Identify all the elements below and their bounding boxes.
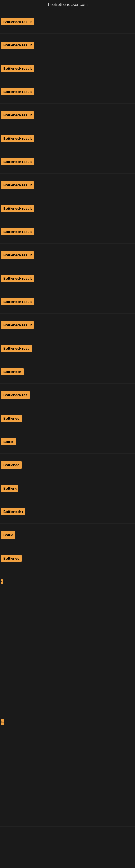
items-container: Bottleneck result Bottleneck result Bott… — [0, 9, 135, 868]
list-item-empty — [0, 640, 135, 663]
bottleneck-badge: Bottleneck — [1, 368, 24, 375]
list-item-empty — [0, 827, 135, 850]
list-item-empty — [0, 734, 135, 757]
list-item-empty — [0, 593, 135, 617]
bottleneck-badge: Bottleneck result — [1, 112, 34, 119]
site-title: TheBottlenecker.com — [0, 0, 135, 9]
list-item: Bottleneck result — [0, 244, 135, 267]
list-item: Bottleneck result — [0, 80, 135, 104]
list-item-empty — [0, 663, 135, 687]
list-item-empty — [0, 803, 135, 827]
bottleneck-badge: Bottlenec — [1, 461, 22, 469]
bottleneck-badge: Bottlend — [1, 485, 18, 492]
bottleneck-badge: Bottleneck result — [1, 182, 34, 189]
bottleneck-badge: Bottlenec — [1, 415, 22, 422]
bottleneck-badge: Bottleneck result — [1, 205, 34, 212]
list-item: Bottleneck result — [0, 57, 135, 80]
list-item: Bottlenec — [0, 454, 135, 477]
list-item: Bottle — [0, 524, 135, 547]
bottleneck-badge: Bottleneck result — [1, 158, 34, 165]
list-item-empty — [0, 780, 135, 803]
list-item: Bottleneck result — [0, 34, 135, 57]
list-item-empty — [0, 850, 135, 868]
list-item: B — [0, 570, 135, 593]
list-item-empty — [0, 617, 135, 640]
list-item: Bottleneck result — [0, 127, 135, 150]
bottleneck-badge: Bottleneck res — [1, 392, 30, 399]
list-item: Bottleneck result — [0, 314, 135, 337]
list-item: Bottle — [0, 430, 135, 454]
page-wrapper: TheBottlenecker.com Bottleneck result Bo… — [0, 0, 135, 868]
list-item: Bottleneck result — [0, 150, 135, 174]
list-item: Bottlend — [0, 477, 135, 500]
list-item: Bottleneck — [0, 360, 135, 383]
bottleneck-badge: Bottleneck result — [1, 41, 34, 49]
bottleneck-badge: Bottleneck result — [1, 251, 34, 259]
bottleneck-badge: Bottleneck result — [1, 298, 34, 305]
list-item: Bottlenec — [0, 407, 135, 430]
bottleneck-badge: Bottleneck result — [1, 88, 34, 95]
bottleneck-badge: Bottleneck result — [1, 135, 34, 142]
bottleneck-badge: Bottleneck r — [1, 508, 25, 516]
bottleneck-badge: Bottle — [1, 438, 16, 445]
bottleneck-badge: Bottleneck resu — [1, 345, 32, 352]
list-item: Bottleneck result — [0, 220, 135, 244]
bottleneck-badge: Bottleneck result — [1, 18, 34, 26]
list-item: Bottleneck result — [0, 290, 135, 314]
list-item: Bottleneck r — [0, 500, 135, 524]
bottleneck-badge: Bottleneck result — [1, 228, 34, 236]
list-item: Bottleneck result — [0, 197, 135, 220]
list-item-empty — [0, 757, 135, 780]
bottleneck-badge: B — [1, 719, 4, 724]
list-item: Bottleneck resu — [0, 337, 135, 360]
list-item: Bottleneck result — [0, 174, 135, 197]
list-item-empty — [0, 687, 135, 710]
bottleneck-badge: Bottleneck result — [1, 65, 34, 72]
list-item: Bottleneck res — [0, 383, 135, 407]
bottleneck-badge: Bottle — [1, 531, 15, 539]
list-item: B — [0, 710, 135, 734]
list-item: Bottlenec — [0, 547, 135, 570]
list-item: Bottleneck result — [0, 104, 135, 127]
bottleneck-badge: Bottleneck result — [1, 321, 34, 329]
list-item: Bottleneck result — [0, 10, 135, 34]
bottleneck-badge: Bottlenec — [1, 555, 21, 562]
bottleneck-badge: Bottleneck result — [1, 275, 34, 282]
bottleneck-badge: B — [1, 579, 3, 584]
list-item: Bottleneck result — [0, 267, 135, 290]
